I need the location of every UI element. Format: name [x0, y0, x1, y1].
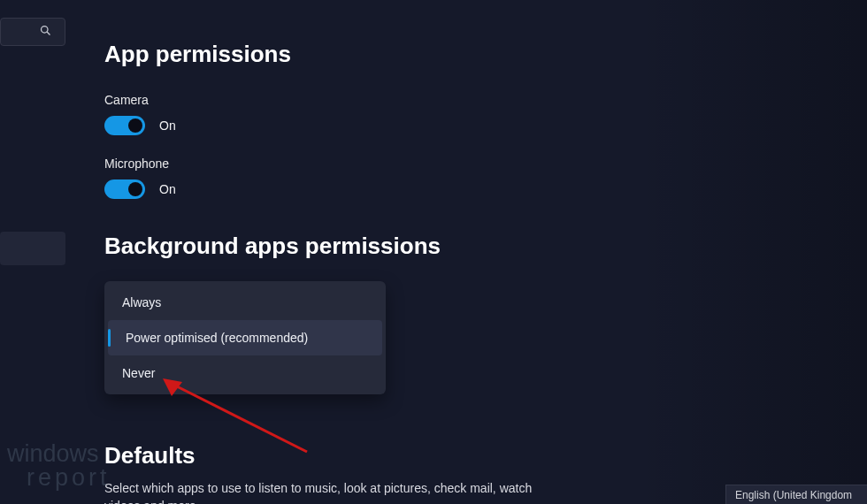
background-permissions-heading: Background apps permissions: [104, 233, 741, 260]
microphone-label: Microphone: [104, 157, 741, 171]
defaults-description: Select which apps to use to listen to mu…: [104, 479, 564, 504]
status-language[interactable]: English (United Kingdom: [725, 485, 867, 504]
defaults-heading: Defaults: [104, 442, 196, 470]
dropdown-item-always[interactable]: Always: [104, 285, 386, 320]
sidebar-item-selected[interactable]: [0, 232, 65, 265]
camera-toggle[interactable]: [104, 116, 145, 135]
permission-microphone: Microphone On: [104, 157, 741, 199]
camera-state: On: [159, 118, 176, 133]
microphone-state: On: [159, 182, 176, 196]
main-content: App permissions Camera On Microphone On …: [104, 41, 741, 260]
search-icon: [39, 24, 52, 41]
app-permissions-heading: App permissions: [104, 41, 741, 68]
permission-camera: Camera On: [104, 93, 741, 135]
camera-label: Camera: [104, 93, 741, 107]
svg-point-0: [42, 26, 49, 33]
search-input[interactable]: [0, 18, 65, 46]
microphone-toggle[interactable]: [104, 179, 145, 199]
svg-line-1: [47, 32, 50, 34]
watermark: windows report: [7, 442, 111, 490]
dropdown-item-power-optimised[interactable]: Power optimised (recommended): [108, 320, 382, 355]
watermark-line1: windows: [7, 442, 111, 466]
watermark-line2: report: [7, 466, 111, 490]
